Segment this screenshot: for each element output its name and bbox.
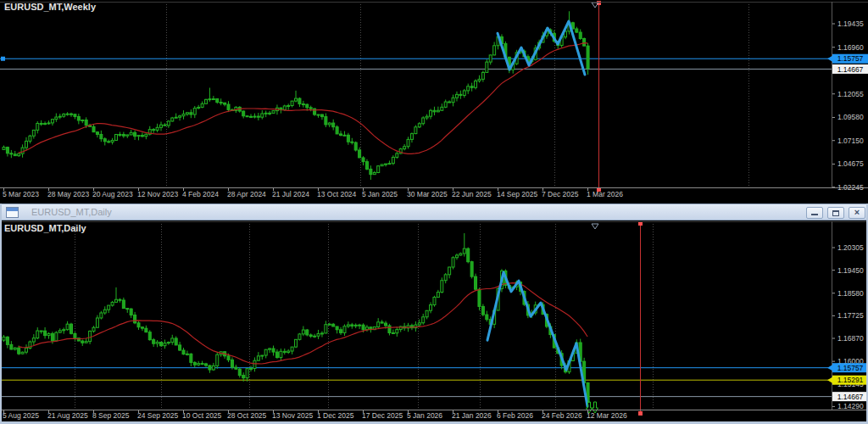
daily-window-title: EURUSD_MT,Daily (31, 207, 112, 217)
date-tick-label: 14 Sep 2025 (497, 190, 537, 198)
price-tick-label: 1.09580 (837, 113, 864, 121)
window-frame-left (0, 204, 2, 424)
price-tick-label: 1.20305 (837, 243, 864, 252)
date-tick-label: 12 Mar 2026 (587, 411, 627, 420)
window-controls: × (806, 207, 865, 219)
price-tick-label: 1.17725 (837, 311, 864, 320)
weekly-ma-line (19, 43, 587, 154)
weekly-zigzag-line[interactable] (498, 21, 585, 75)
daily-ma-line (19, 283, 587, 364)
price-badge-label: 1.15291 (837, 376, 864, 384)
price-badge-label: 1.15757 (837, 364, 864, 372)
date-tick-label: 6 Feb 2026 (497, 411, 533, 420)
date-tick-label: 5 Jan 2025 (362, 190, 398, 198)
price-tick-label: 1.02245 (837, 183, 864, 192)
daily-window-titlebar[interactable]: EURUSD_MT,Daily × (0, 204, 868, 220)
minimize-button[interactable] (806, 207, 823, 219)
price-tick-label: 1.19450 (837, 266, 864, 275)
restore-icon (832, 210, 839, 216)
price-badge-arrow (827, 365, 832, 371)
date-tick-label: 5 Aug 2025 (3, 411, 39, 420)
date-tick-label: 21 Aug 2025 (47, 411, 88, 420)
date-tick-label: 13 Oct 2024 (317, 190, 357, 198)
daily-zigzag-line[interactable] (487, 272, 587, 406)
date-tick-label: 1 Dec 2025 (317, 411, 354, 420)
date-tick-label: 22 Jun 2025 (452, 190, 492, 198)
daily-shift-marker-icon[interactable] (592, 224, 598, 229)
price-tick-label: 1.18580 (837, 289, 864, 298)
price-tick-label: 1.14290 (837, 402, 864, 410)
price-badge-label: 1.15757 (837, 54, 864, 63)
daily-vline-handle[interactable] (638, 411, 643, 416)
date-tick-label: 28 May 2023 (47, 190, 89, 198)
date-tick-label: 28 Oct 2025 (227, 411, 267, 420)
date-tick-label: 28 Apr 2024 (227, 190, 266, 198)
date-tick-label: 17 Dec 2025 (362, 411, 403, 420)
date-tick-label: 12 Nov 2023 (137, 190, 178, 198)
date-tick-label: 10 Oct 2025 (182, 411, 222, 420)
price-badge-arrow (827, 56, 832, 62)
daily-candles (3, 233, 589, 404)
date-tick-label: 21 Jul 2024 (272, 190, 309, 198)
price-tick-label: 1.16960 (837, 43, 864, 52)
date-tick-label: 21 Jan 2026 (452, 411, 492, 420)
chart-symbol-label-daily: EURUSD_MT,Daily (4, 223, 86, 233)
date-tick-label: 13 Nov 2025 (272, 411, 313, 420)
restore-button[interactable] (827, 207, 844, 219)
date-tick-label: 8 Sep 2025 (92, 411, 130, 420)
date-tick-label: 1 Mar 2026 (587, 190, 623, 198)
date-tick-label: 5 Jan 2026 (407, 411, 442, 420)
date-tick-label: 30 Mar 2025 (407, 190, 448, 198)
close-button[interactable]: × (849, 207, 865, 219)
minimize-icon (811, 214, 818, 215)
date-tick-label: 7 Dec 2025 (542, 190, 579, 198)
price-tick-label: 1.07150 (837, 137, 864, 145)
price-badge-label: 1.14667 (837, 393, 864, 401)
weekly-candles (3, 11, 589, 180)
terminal-workspace: 1.194351.169601.120551.095801.071501.046… (0, 0, 868, 424)
price-tick-label: 1.04675 (837, 159, 864, 168)
weekly-hline-handle[interactable] (1, 57, 5, 61)
price-tick-label: 1.12055 (837, 90, 864, 98)
price-tick-label: 1.16870 (837, 334, 864, 343)
date-tick-label: 4 Feb 2024 (182, 190, 219, 198)
date-tick-label: 20 Aug 2023 (92, 190, 133, 198)
price-tick-label: 1.19435 (837, 20, 864, 28)
date-tick-label: 5 Mar 2023 (3, 190, 39, 198)
chart-window-icon (6, 207, 19, 218)
date-tick-label: 24 Feb 2026 (542, 411, 582, 420)
chart-symbol-label-weekly: EURUSD_MT,Weekly (4, 2, 96, 12)
price-badge-arrow (827, 377, 832, 383)
date-tick-label: 24 Sep 2025 (137, 411, 178, 420)
price-badge-label: 1.14667 (837, 65, 864, 74)
